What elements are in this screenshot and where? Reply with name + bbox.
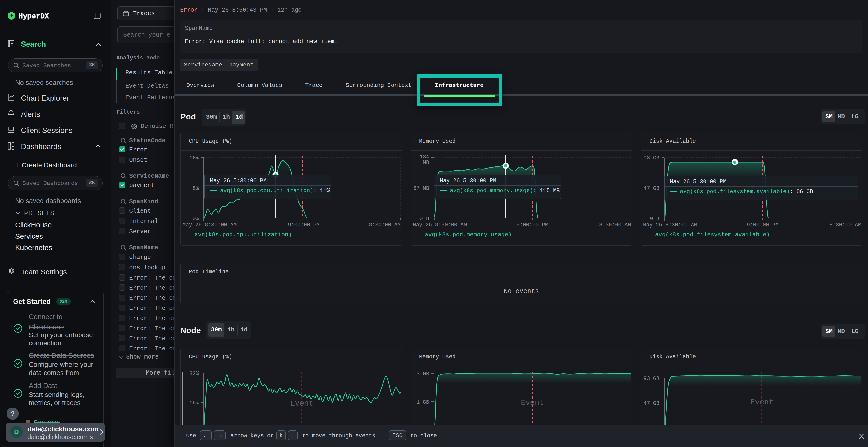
- svg-text:47 GB: 47 GB: [644, 185, 659, 192]
- svg-text:8:30:00 AM: 8:30:00 AM: [599, 222, 631, 228]
- svg-text:134: 134: [420, 154, 429, 160]
- svg-text:MB: MB: [423, 160, 429, 166]
- svg-text:9:00:00 PM: 9:00:00 PM: [747, 222, 779, 228]
- svg-text:32%: 32%: [189, 371, 199, 377]
- svg-text:8:30:00 AM: 8:30:00 AM: [830, 222, 861, 228]
- svg-text:93 GB: 93 GB: [644, 155, 659, 161]
- svg-text:3 GB: 3 GB: [416, 371, 429, 377]
- svg-text:May 26 8:30:00 AM: May 26 8:30:00 AM: [413, 222, 467, 228]
- svg-text:0%: 0%: [193, 216, 199, 222]
- svg-text:8%: 8%: [193, 185, 199, 192]
- svg-text:67 MB: 67 MB: [413, 185, 429, 192]
- svg-text:16%: 16%: [189, 155, 199, 161]
- svg-text:0 B: 0 B: [650, 216, 659, 222]
- svg-text:93 GB: 93 GB: [644, 376, 659, 382]
- svg-text:May 26 8:30:00 AM: May 26 8:30:00 AM: [643, 222, 697, 228]
- svg-text:9:00:00 PM: 9:00:00 PM: [517, 222, 548, 228]
- svg-text:8:30:00 AM: 8:30:00 AM: [369, 222, 401, 228]
- svg-text:0 B: 0 B: [420, 216, 429, 222]
- svg-text:9:00:00 PM: 9:00:00 PM: [288, 222, 320, 228]
- svg-text:1 GB: 1 GB: [416, 399, 429, 405]
- svg-text:47 GB: 47 GB: [644, 401, 659, 407]
- svg-text:16%: 16%: [189, 400, 199, 406]
- svg-text:May 26 8:30:00 AM: May 26 8:30:00 AM: [183, 222, 237, 228]
